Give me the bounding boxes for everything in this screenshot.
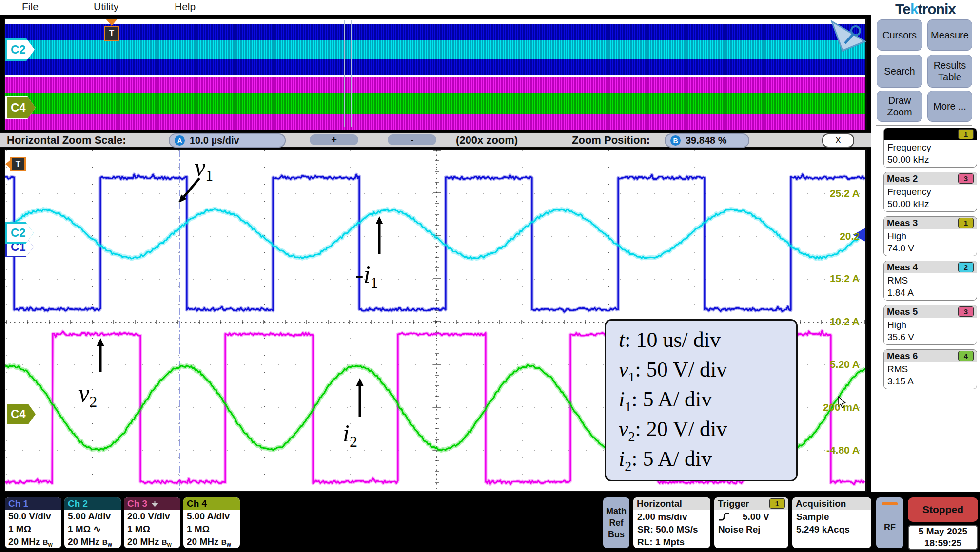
source-channel-badge: 3 — [958, 306, 974, 317]
channel-name: Ch 3 — [124, 497, 180, 510]
zoom-scale-label: Horizontal Zoom Scale: — [7, 134, 126, 147]
measurement-panel-6[interactable]: Meas 6 4 RMS 3.15 A — [883, 349, 977, 389]
horizontal-scale: 2.00 ms/div — [637, 511, 710, 523]
trigger-level: 5.00 V — [743, 511, 769, 523]
sidebar-button-results-table[interactable]: Results Table — [927, 55, 972, 88]
trigger-level-marker[interactable]: T — [5, 157, 26, 171]
zoom-position-button[interactable]: B 39.848 % — [665, 133, 749, 148]
sidebar-button-cursors[interactable]: Cursors — [877, 19, 922, 51]
time: 18:59:25 — [924, 537, 961, 549]
acquisition-panel[interactable]: Acquisition Sample 5.249 kAcqs — [792, 497, 871, 548]
menu-file[interactable]: File — [22, 1, 39, 13]
measurement-type: High — [887, 319, 977, 331]
trigger-t-icon: T — [10, 157, 26, 171]
zoom-graticule[interactable]: T C1 C2 C4 v1 -i1 v2 i2 t: 10 us/ divv1:… — [4, 149, 867, 492]
source-channel-badge: 4 — [958, 351, 974, 361]
sidebar-button-measure[interactable]: Measure — [927, 19, 972, 51]
channel-badge-1[interactable]: Ch 1 50.0 V/div 1 MΩ 20 MHz BW — [5, 497, 61, 548]
measurement-title: 1 — [884, 128, 977, 140]
menu-help[interactable]: Help — [175, 1, 196, 13]
measurement-panel-4[interactable]: Meas 4 2 RMS 1.84 A — [883, 261, 977, 301]
date: 5 May 2025 — [919, 526, 967, 537]
scales-legend-box: t: 10 us/ divv1: 50 V/ divi1: 5 A/ divv2… — [605, 319, 798, 481]
trigger-t-icon: T — [104, 26, 119, 41]
measurement-title: Meas 5 3 — [884, 305, 977, 318]
measurement-value: 50.00 kHz — [887, 198, 977, 210]
zoom-position-label: Zoom Position: — [572, 134, 650, 147]
source-channel-badge: 2 — [958, 262, 974, 272]
channel-bandwidth: 20 MHz BW — [8, 535, 61, 548]
legend-row: v2: 20 V/ div — [619, 417, 796, 446]
measurement-panel-2[interactable]: Meas 2 3 Frequency 50.00 kHz — [883, 172, 977, 212]
measurement-type: Frequency — [887, 186, 977, 198]
zoom-in-button[interactable]: + — [310, 134, 358, 145]
trigger-panel-title: Trigger 1 — [714, 497, 788, 510]
measurement-title: Meas 2 3 — [884, 172, 977, 185]
sidebar-divider — [876, 125, 972, 126]
zoom-factor-label: (200x zoom) — [456, 134, 518, 147]
trigger-panel[interactable]: Trigger 1 5.00 V Noise Rej — [714, 497, 788, 548]
annotation-v1: v1 — [195, 153, 213, 185]
overview-ch4-band — [5, 93, 865, 114]
right-axis-tick-label: 15.2 A — [830, 273, 860, 285]
right-axis-tick-label: 20.2 — [840, 230, 860, 242]
channel-impedance: 1 MΩ ∿ — [68, 523, 121, 535]
horizontal-record-length: RL: 1 Mpts — [637, 536, 710, 548]
channel-badge-2[interactable]: Ch 2 5.00 A/div 1 MΩ ∿ 20 MHz BW — [64, 497, 121, 548]
right-axis-tick-label: 10.2 A — [830, 316, 860, 327]
tektronix-logo: Tektronix — [871, 1, 980, 18]
menu-utility[interactable]: Utility — [94, 1, 118, 13]
zoom-close-button[interactable]: X — [822, 133, 854, 148]
ground-clip-icon — [151, 500, 158, 507]
channel-badge-3[interactable]: Ch 3 20.0 V/div 1 MΩ 20 MHz BW — [124, 497, 180, 548]
measurement-panel-1[interactable]: 1 Frequency 50.00 kHz — [883, 128, 977, 168]
trigger-position-marker[interactable]: T — [104, 19, 119, 41]
horizontal-panel-title: Horizontal — [633, 497, 710, 510]
measurement-value: 50.00 kHz — [887, 153, 977, 166]
math-ref-bus-button[interactable]: MathRefBus — [603, 497, 629, 548]
measurement-type: High — [887, 230, 977, 242]
source-channel-badge: 3 — [958, 173, 974, 184]
menu-bar: FileUtilityHelp — [0, 0, 871, 15]
right-axis-tick-label: -4.80 A — [826, 444, 860, 456]
legend-row: i2: 5 A/ div — [619, 446, 796, 476]
channel-scale: 20.0 V/div — [127, 510, 180, 523]
measurement-value: 3.15 A — [887, 375, 977, 387]
sidebar-button-search[interactable]: Search — [877, 55, 922, 88]
annotation-neg-i1: -i1 — [355, 260, 378, 292]
measurement-value: 74.0 V — [887, 242, 977, 254]
zoom-out-button[interactable]: - — [388, 134, 436, 145]
channel-name: Ch 4 — [183, 497, 240, 510]
channel-impedance: 1 MΩ — [187, 523, 240, 535]
b-knob-icon: B — [670, 135, 681, 146]
zoom-scale-button[interactable]: A 10.0 µs/div — [169, 133, 286, 148]
sidebar-button-more[interactable]: More ... — [927, 91, 972, 122]
zoom-window-right-edge[interactable] — [351, 20, 352, 127]
waveform-overview[interactable]: T C2 C4 — [4, 18, 867, 130]
right-axis-tick-label: 25.2 A — [830, 188, 860, 199]
source-channel-badge: 1 — [958, 218, 974, 228]
measurement-type: Frequency — [887, 141, 977, 153]
trigger-source-badge: 1 — [769, 498, 785, 509]
channel-scale: 5.00 A/div — [187, 510, 240, 523]
sidebar-button-draw-zoom[interactable]: Draw Zoom — [877, 91, 922, 122]
channel-bandwidth: 20 MHz BW — [187, 535, 240, 548]
measurement-title: Meas 4 2 — [884, 261, 977, 273]
rf-button[interactable]: RF — [876, 497, 903, 548]
channel-scale: 50.0 V/div — [8, 510, 61, 523]
horizontal-panel[interactable]: Horizontal 2.00 ms/div SR: 50.0 MS/s RL:… — [633, 497, 710, 548]
right-axis-tick-label: 5.20 A — [830, 359, 860, 370]
measurement-value: 35.6 V — [887, 331, 977, 343]
measurement-type: RMS — [887, 363, 977, 375]
measurement-panel-5[interactable]: Meas 5 3 High 35.6 V — [883, 305, 977, 345]
channel-badge-4[interactable]: Ch 4 5.00 A/div 1 MΩ 20 MHz BW — [183, 497, 240, 548]
channel-impedance: 1 MΩ — [127, 523, 180, 535]
horizontal-sample-rate: SR: 50.0 MS/s — [637, 523, 710, 536]
measurement-type: RMS — [887, 274, 977, 286]
zoom-window-left-edge[interactable] — [344, 20, 345, 127]
measurement-title: Meas 6 4 — [884, 350, 977, 362]
measurement-panel-3[interactable]: Meas 3 1 High 74.0 V — [883, 216, 977, 256]
draw-zoom-corner-icon[interactable] — [830, 20, 866, 52]
acquisition-status-badge[interactable]: Stopped — [908, 497, 978, 522]
source-channel-badge: 1 — [958, 129, 974, 139]
